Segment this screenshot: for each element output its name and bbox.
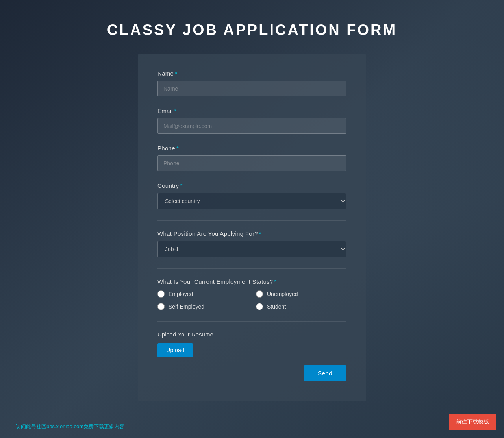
form-container: Name* Email* Phone* Country* Select coun… xyxy=(138,54,366,401)
employment-required: * xyxy=(274,278,277,285)
employment-employed-text: Employed xyxy=(169,291,193,297)
position-group: What Position Are You Applying For?* Job… xyxy=(158,230,346,257)
send-row: Send xyxy=(158,365,346,381)
send-button[interactable]: Send xyxy=(304,365,346,381)
employment-selfemployed-label[interactable]: Self-Employed xyxy=(158,303,248,310)
employment-employed-label[interactable]: Employed xyxy=(158,290,248,298)
divider-1 xyxy=(158,220,346,221)
employment-student-radio[interactable] xyxy=(256,303,263,310)
resume-section: Upload Your Resume Upload xyxy=(158,331,346,357)
employment-unemployed-text: Unemployed xyxy=(267,291,298,297)
employment-student-text: Student xyxy=(267,303,286,310)
employment-selfemployed-radio[interactable] xyxy=(158,303,165,310)
phone-required: * xyxy=(176,145,179,152)
country-label: Country* xyxy=(158,182,346,189)
country-required: * xyxy=(180,182,183,189)
name-label: Name* xyxy=(158,70,346,77)
employment-group: What Is Your Current Employment Status?*… xyxy=(158,278,346,310)
country-select[interactable]: Select country United States United King… xyxy=(158,193,346,209)
phone-label: Phone* xyxy=(158,145,346,152)
country-group: Country* Select country United States Un… xyxy=(158,182,346,209)
position-select[interactable]: Job-1 Job-2 Job-3 Job-4 xyxy=(158,241,346,257)
employment-label: What Is Your Current Employment Status?* xyxy=(158,278,346,285)
employment-unemployed-radio[interactable] xyxy=(256,290,263,298)
employment-unemployed-label[interactable]: Unemployed xyxy=(256,290,346,298)
employment-employed-radio[interactable] xyxy=(158,290,165,298)
resume-label: Upload Your Resume xyxy=(158,331,346,338)
employment-options-grid: Employed Unemployed Self-Employed Studen… xyxy=(158,290,346,310)
download-template-button[interactable]: 前往下载模板 xyxy=(449,414,496,430)
upload-button[interactable]: Upload xyxy=(158,343,193,357)
email-required: * xyxy=(174,107,176,114)
email-group: Email* xyxy=(158,107,346,134)
page-title: CLASSY JOB APPLICATION FORM xyxy=(0,0,504,54)
employment-selfemployed-text: Self-Employed xyxy=(169,303,204,310)
email-label: Email* xyxy=(158,107,346,114)
divider-3 xyxy=(158,321,346,322)
name-group: Name* xyxy=(158,70,346,96)
name-required: * xyxy=(175,70,177,77)
watermark: 访问此号社区bbs.xlenlao.com免费下载更多内容 xyxy=(16,423,124,430)
email-input[interactable] xyxy=(158,118,346,134)
position-label: What Position Are You Applying For?* xyxy=(158,230,346,237)
name-input[interactable] xyxy=(158,81,346,96)
divider-2 xyxy=(158,268,346,269)
phone-group: Phone* xyxy=(158,145,346,171)
position-required: * xyxy=(259,230,261,237)
employment-student-label[interactable]: Student xyxy=(256,303,346,310)
phone-input[interactable] xyxy=(158,155,346,171)
